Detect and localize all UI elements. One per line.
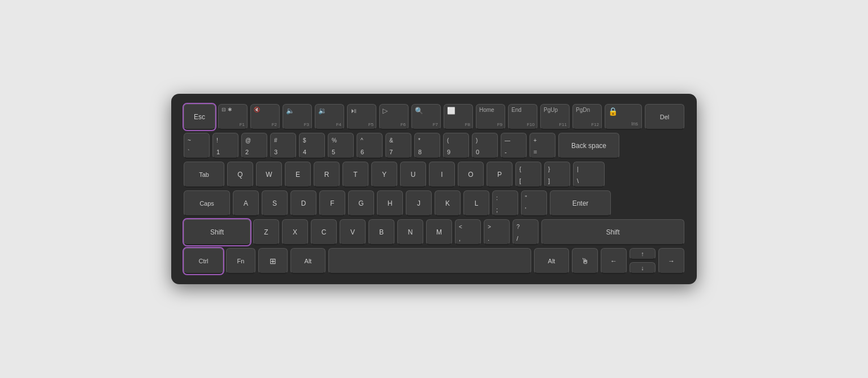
key-f2[interactable]: 🔇 F2 [250,104,280,130]
key-f5[interactable]: ⏯ F5 [347,104,376,130]
key-rbracket[interactable]: } ] [544,162,570,188]
key-esc[interactable]: Esc [184,104,215,130]
keyboard-body: Esc ⊟ ✱ F1 🔇 F2 🔈 F3 🔉 F4 [184,104,684,274]
key-enter[interactable]: Enter [550,190,611,216]
key-f4[interactable]: 🔉 F4 [315,104,344,130]
key-j[interactable]: J [406,190,432,216]
bottom-row: Ctrl Fn ⊞ Alt Alt 🖱 ← [184,248,684,274]
qwerty-row: Tab Q W E R T Y U I O P { [ } ] | \ [184,162,684,188]
key-shift-left[interactable]: Shift [184,219,250,245]
key-alt-right[interactable]: Alt [534,248,569,274]
key-n[interactable]: N [397,219,423,245]
key-arrow-left[interactable]: ← [601,248,627,274]
keyboard: Esc ⊟ ✱ F1 🔇 F2 🔈 F3 🔉 F4 [171,94,697,284]
key-shift-right[interactable]: Shift [541,219,684,245]
asdf-row: Caps A S D F G H J K L : ; " ' Enter [184,190,684,216]
key-period[interactable]: > . [484,219,510,245]
key-s[interactable]: S [262,190,288,216]
key-minus[interactable]: — - [501,133,527,159]
key-f3[interactable]: 🔈 F3 [283,104,312,130]
key-w[interactable]: W [256,162,282,188]
key-arrow-right[interactable]: → [658,248,684,274]
key-0[interactable]: ) 0 [472,133,498,159]
key-h[interactable]: H [377,190,403,216]
key-l[interactable]: L [463,190,489,216]
key-x[interactable]: X [282,219,308,245]
key-f7[interactable]: 🔍 F7 [411,104,441,130]
key-f9[interactable]: Home F9 [476,104,505,130]
backspace-label: Back space [571,142,606,150]
key-menu[interactable]: 🖱 [572,248,598,274]
key-del[interactable]: Del [645,104,684,130]
key-8[interactable]: * 8 [414,133,440,159]
key-q[interactable]: Q [227,162,253,188]
key-equals[interactable]: + = [530,133,555,159]
key-2[interactable]: @ 2 [241,133,267,159]
key-backtick[interactable]: ~ ` [184,133,210,159]
key-3[interactable]: # 3 [270,133,296,159]
key-b[interactable]: B [368,219,394,245]
key-comma[interactable]: < , [455,219,481,245]
key-arrow-down[interactable]: ↓ [630,262,656,274]
key-win[interactable]: ⊞ [258,248,288,274]
key-caps[interactable]: Caps [184,190,230,216]
fn-row: Esc ⊟ ✱ F1 🔇 F2 🔈 F3 🔉 F4 [184,104,684,130]
key-g[interactable]: G [348,190,374,216]
key-1[interactable]: ! 1 [212,133,238,159]
key-6[interactable]: ^ 6 [357,133,383,159]
key-f11[interactable]: PgUp F11 [540,104,570,130]
key-c[interactable]: C [311,219,337,245]
key-backspace[interactable]: Back space [558,133,619,159]
key-k[interactable]: K [435,190,461,216]
key-p[interactable]: P [487,162,513,188]
key-y[interactable]: Y [371,162,397,188]
key-alt-left[interactable]: Alt [290,248,326,274]
key-m[interactable]: M [426,219,452,245]
key-f12[interactable]: PgDn F12 [572,104,602,130]
key-lbracket[interactable]: { [ [515,162,541,188]
key-f6[interactable]: ▷ F6 [379,104,409,130]
key-pipe[interactable]: | \ [573,162,605,188]
key-f1[interactable]: ⊟ ✱ F1 [218,104,248,130]
num-row: ~ ` ! 1 @ 2 # 3 $ 4 % 5 [184,133,684,159]
key-u[interactable]: U [400,162,426,188]
key-tab[interactable]: Tab [184,162,224,188]
key-z[interactable]: Z [253,219,279,245]
key-slash[interactable]: ? / [513,219,539,245]
key-i[interactable]: I [429,162,455,188]
key-4[interactable]: $ 4 [299,133,325,159]
key-7[interactable]: & 7 [385,133,411,159]
key-t[interactable]: T [342,162,368,188]
key-ctrl-left[interactable]: Ctrl [184,248,223,274]
key-space[interactable] [328,248,531,274]
key-a[interactable]: A [233,190,259,216]
key-fn[interactable]: Fn [226,248,255,274]
zxcv-row: Shift Z X C V B N M < , > . ? / Shift [184,219,684,245]
key-o[interactable]: O [458,162,484,188]
key-f8[interactable]: ⬜ F8 [444,104,473,130]
key-v[interactable]: V [340,219,366,245]
key-f10[interactable]: End F10 [508,104,537,130]
key-d[interactable]: D [290,190,316,216]
key-quote[interactable]: " ' [521,190,547,216]
key-5[interactable]: % 5 [328,133,354,159]
key-e[interactable]: E [285,162,311,188]
key-semicolon[interactable]: : ; [492,190,518,216]
key-ins[interactable]: 🔒 Ins [605,104,642,130]
key-arrow-up[interactable]: ↑ [630,248,656,260]
key-9[interactable]: ( 9 [443,133,469,159]
key-f[interactable]: F [319,190,345,216]
key-r[interactable]: R [314,162,340,188]
